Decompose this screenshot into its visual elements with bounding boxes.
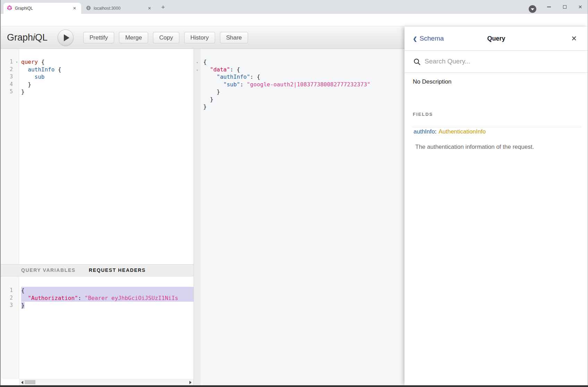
play-icon: [64, 34, 69, 41]
doc-field-description: The authentication information of the re…: [415, 144, 534, 150]
code-line: "data": {: [203, 66, 404, 74]
tab-title: localhost:3000: [94, 6, 146, 11]
minimize-icon: [547, 7, 551, 7]
doc-explorer-header: ❮Schema Query ✕: [404, 26, 588, 51]
tab-close-icon[interactable]: ✕: [71, 5, 78, 11]
query-editor-code[interactable]: query { authInfo { sub }}: [21, 49, 194, 264]
scroll-left-icon[interactable]: [21, 381, 23, 384]
line-number: 2: [0, 294, 19, 302]
scrollbar-thumb[interactable]: [25, 380, 35, 384]
code-token: }: [21, 81, 31, 88]
line-number: 1: [0, 287, 19, 294]
line-number: 3: [0, 73, 19, 81]
tab-query-variables[interactable]: QUERY VARIABLES: [21, 265, 76, 276]
code-line[interactable]: "Authorization": "Bearer eyJhbGciOiJSUzI…: [21, 294, 194, 302]
window-border-bottom: [0, 385, 588, 387]
code-line[interactable]: }: [21, 302, 194, 309]
execute-query-button[interactable]: [58, 29, 74, 46]
line-number: 3: [0, 302, 19, 309]
headers-editor-code[interactable]: { "Authorization": "Bearer eyJhbGciOiJSU…: [21, 276, 194, 379]
graphql-logo-icon: [7, 5, 12, 11]
code-line: }: [203, 88, 404, 96]
fold-gutter-cell: [194, 103, 201, 111]
line-number: 4: [0, 81, 19, 88]
fold-gutter-cell: [194, 96, 201, 103]
doc-field-entry: authInfo:AuthenticationInfo: [414, 128, 486, 135]
tab-request-headers[interactable]: REQUEST HEADERS: [89, 265, 146, 276]
tab-graphiql[interactable]: GraphiQL ✕: [3, 3, 81, 14]
tab-title: GraphiQL: [15, 6, 71, 11]
doc-search-row: [404, 51, 588, 73]
fold-gutter-cell: ▾: [194, 58, 201, 66]
history-button[interactable]: History: [184, 32, 215, 43]
doc-no-description: No Description: [413, 78, 452, 85]
code-token: :: [78, 295, 85, 301]
code-token: : {: [230, 66, 240, 73]
tab-localhost[interactable]: localhost:3000 ✕: [83, 3, 156, 14]
code-line: }: [203, 96, 404, 103]
code-token: authInfo: [28, 66, 54, 73]
window-close-button[interactable]: ✕: [572, 0, 588, 14]
code-token: "data": [210, 66, 230, 73]
code-line[interactable]: }: [21, 88, 194, 96]
fold-toggle-icon[interactable]: ▾: [196, 61, 198, 64]
copy-button[interactable]: Copy: [153, 32, 179, 43]
browser-navbar: ← → localhost:3000 uO P Tp L Aktualisier…: [0, 14, 588, 26]
code-token: }: [21, 88, 25, 95]
code-token: [21, 295, 28, 301]
code-token: :: [240, 81, 247, 88]
fold-gutter-cell: [194, 73, 201, 81]
code-token: {: [203, 59, 207, 65]
merge-button[interactable]: Merge: [119, 32, 148, 43]
fold-toggle-icon[interactable]: ▾: [196, 68, 198, 72]
globe-icon: [86, 6, 91, 11]
query-editor-gutter: 1▾2345: [0, 49, 19, 264]
code-line[interactable]: }: [21, 81, 194, 88]
search-icon: [414, 58, 421, 66]
field-type-link[interactable]: AuthenticationInfo: [438, 128, 486, 135]
code-token: {: [54, 66, 61, 73]
tab-close-icon[interactable]: ✕: [146, 5, 153, 11]
graphiql-logo: GraphiQL: [7, 26, 48, 49]
download-status-icon[interactable]: [529, 5, 536, 13]
fold-gutter-cell: [194, 81, 201, 88]
code-line: "sub": "google-oauth2|108377380082777232…: [203, 81, 404, 88]
window-border-left: [0, 0, 1, 387]
code-line[interactable]: sub: [21, 73, 194, 81]
code-token: "Authorization": [28, 295, 78, 301]
code-token: }: [203, 96, 213, 103]
code-line: {: [203, 58, 404, 66]
doc-fields-divider: [412, 127, 581, 127]
code-token: }: [203, 103, 207, 110]
code-token: {: [38, 59, 44, 65]
code-token: }: [21, 302, 25, 309]
code-line[interactable]: authInfo {: [21, 66, 194, 74]
minimize-button[interactable]: [541, 0, 557, 14]
fold-gutter-cell: ▾: [194, 66, 201, 74]
code-token: [203, 74, 217, 80]
doc-search-input[interactable]: [425, 51, 577, 72]
result-fold-gutter: ▾▾: [194, 49, 201, 385]
fold-toggle-icon[interactable]: ▾: [16, 59, 18, 66]
code-token: "sub": [223, 81, 240, 88]
prettify-button[interactable]: Prettify: [83, 32, 114, 43]
code-line[interactable]: query {: [21, 58, 194, 66]
doc-close-button[interactable]: ✕: [571, 26, 577, 51]
maximize-icon: [563, 5, 566, 9]
horizontal-scrollbar[interactable]: [19, 379, 194, 385]
code-token: query: [21, 59, 38, 65]
line-number: 5: [0, 88, 19, 96]
code-line[interactable]: {: [21, 287, 194, 294]
result-code: { "data": { "authInfo": { "sub": "google…: [203, 49, 404, 385]
doc-fields-heading: FIELDS: [413, 112, 433, 117]
code-token: [21, 74, 35, 80]
code-token: [203, 81, 223, 88]
scroll-right-icon[interactable]: [189, 381, 191, 384]
share-button[interactable]: Share: [220, 32, 248, 43]
doc-title: Query: [404, 26, 588, 51]
maximize-button[interactable]: [557, 0, 572, 14]
line-number: 2: [0, 66, 19, 74]
code-token: sub: [35, 74, 45, 80]
field-name-link[interactable]: authInfo: [414, 128, 435, 135]
new-tab-button[interactable]: +: [160, 4, 167, 11]
